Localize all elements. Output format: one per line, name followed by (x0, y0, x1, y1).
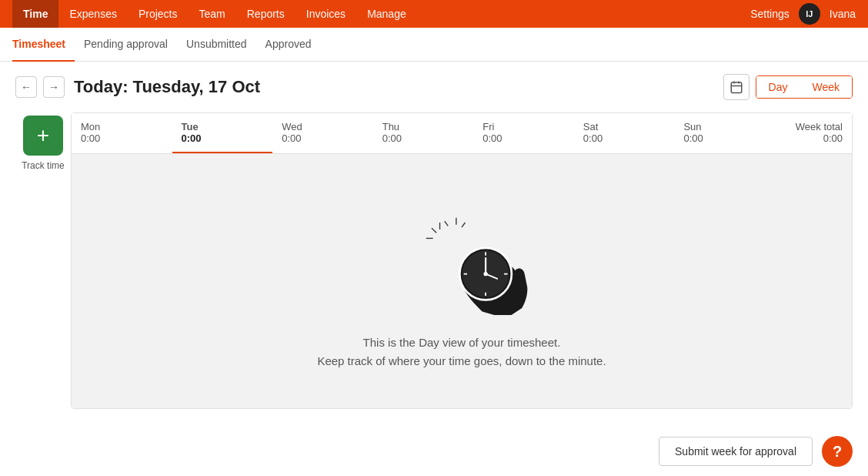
avatar[interactable]: IJ (799, 3, 820, 25)
day-time-sun: 0:00 (683, 132, 766, 144)
nav-item-projects[interactable]: Projects (128, 0, 189, 28)
svg-line-7 (445, 221, 448, 226)
calendar-button[interactable] (723, 74, 749, 100)
calendar-icon (729, 80, 743, 94)
day-name-tue: Tue (182, 121, 264, 132)
date-title: Today: Tuesday, 17 Oct (74, 77, 260, 97)
prev-date-button[interactable]: ← (15, 76, 37, 98)
day-col-sun: Sun 0:00 (674, 113, 775, 153)
day-name-sun: Sun (683, 121, 766, 132)
day-time-mon: 0:00 (81, 132, 163, 144)
day-view-button[interactable]: Day (756, 76, 800, 98)
nav-right: Settings IJ Ivana (750, 3, 856, 25)
view-toggle: Day Week (756, 75, 853, 99)
day-name-wed: Wed (282, 121, 364, 132)
nav-item-expenses[interactable]: Expenses (58, 0, 127, 28)
week-total-col: Week total 0:00 (775, 113, 852, 153)
nav-item-invoices[interactable]: Invoices (295, 0, 356, 28)
day-col-thu: Thu 0:00 (373, 113, 474, 153)
main-content: ← → Today: Tuesday, 17 Oct Day Week + (0, 62, 868, 421)
content-area: + Track time Mon 0:00 Tue 0:00 Wed 0:00 (15, 112, 853, 409)
day-name-sat: Sat (583, 121, 666, 132)
svg-line-9 (462, 223, 465, 227)
tab-unsubmitted[interactable]: Unsubmitted (177, 28, 256, 62)
user-name[interactable]: Ivana (830, 8, 856, 20)
timesheet-illustration (392, 192, 531, 315)
day-name-fri: Fri (482, 121, 565, 132)
day-time-fri: 0:00 (482, 132, 565, 144)
svg-point-14 (483, 272, 487, 276)
day-name-thu: Thu (382, 121, 465, 132)
settings-link[interactable]: Settings (750, 8, 790, 20)
day-name-mon: Mon (81, 121, 163, 132)
empty-state: This is the Day view of your timesheet. … (72, 154, 852, 408)
empty-state-line2: Keep track of where your time goes, down… (317, 352, 606, 370)
day-time-wed: 0:00 (282, 132, 364, 144)
day-col-tue: Tue 0:00 (172, 113, 273, 153)
tab-pending-approval[interactable]: Pending approval (75, 28, 177, 62)
svg-rect-0 (731, 82, 742, 93)
day-time-tue: 0:00 (182, 132, 264, 144)
day-col-wed: Wed 0:00 (272, 113, 373, 153)
day-col-sat: Sat 0:00 (574, 113, 675, 153)
day-col-fri: Fri 0:00 (473, 113, 574, 153)
track-time-button[interactable]: + (23, 116, 63, 156)
tab-timesheet[interactable]: Timesheet (12, 28, 75, 62)
day-time-sat: 0:00 (583, 132, 666, 144)
svg-line-5 (432, 228, 436, 233)
nav-item-reports[interactable]: Reports (236, 0, 295, 28)
week-total-value: 0:00 (784, 132, 843, 144)
track-time-label: Track time (22, 160, 65, 171)
empty-state-text: This is the Day view of your timesheet. … (317, 334, 606, 370)
day-col-mon: Mon 0:00 (72, 113, 172, 153)
sub-tabs: Timesheet Pending approval Unsubmitted A… (0, 28, 868, 62)
next-date-button[interactable]: → (43, 76, 65, 98)
track-time-sidebar: + Track time (15, 112, 71, 409)
date-header-row: ← → Today: Tuesday, 17 Oct Day Week (15, 74, 853, 100)
top-nav: Time Expenses Projects Team Reports Invo… (0, 0, 868, 28)
nav-item-time[interactable]: Time (12, 0, 58, 28)
view-controls: Day Week (723, 74, 853, 100)
nav-left: Time Expenses Projects Team Reports Invo… (12, 0, 750, 28)
submit-week-button[interactable]: Submit week for approval (659, 437, 813, 466)
day-time-thu: 0:00 (382, 132, 465, 144)
bottom-bar: Submit week for approval ? (0, 427, 868, 476)
help-button[interactable]: ? (822, 436, 853, 467)
day-headers: Mon 0:00 Tue 0:00 Wed 0:00 Thu 0:00 Fri (72, 113, 852, 154)
date-nav: ← → Today: Tuesday, 17 Oct (15, 76, 260, 98)
week-total-label: Week total (784, 121, 843, 132)
empty-state-line1: This is the Day view of your timesheet. (317, 334, 606, 352)
timesheet-area: Mon 0:00 Tue 0:00 Wed 0:00 Thu 0:00 Fri (71, 112, 853, 409)
nav-item-team[interactable]: Team (189, 0, 236, 28)
tab-approved[interactable]: Approved (256, 28, 321, 62)
nav-item-manage[interactable]: Manage (356, 0, 417, 28)
week-view-button[interactable]: Week (800, 76, 852, 98)
